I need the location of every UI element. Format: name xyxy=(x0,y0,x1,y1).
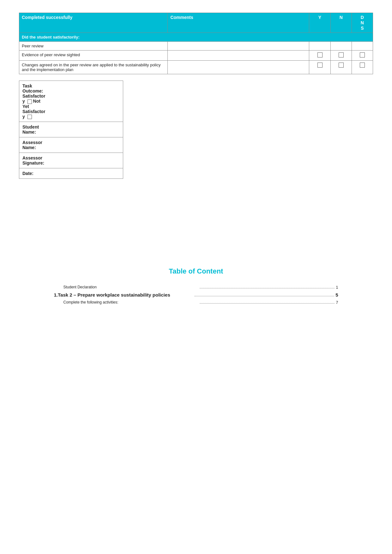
checkbox-not-yet[interactable] xyxy=(27,115,32,119)
assessor-signature-label: AssessorSignature: xyxy=(19,153,123,168)
row-comments xyxy=(168,51,309,61)
toc-entry-text: Student Declaration xyxy=(63,285,198,290)
row-comments xyxy=(168,61,309,74)
toc-title: Table of Content xyxy=(19,267,373,275)
header-dns: DNS xyxy=(352,13,373,33)
completed-successfully-table: Completed successfully Comments Y N DNS … xyxy=(19,13,373,74)
table-row: Date: xyxy=(19,168,123,178)
row-label-evidence: Evidence of peer review sighted xyxy=(19,51,168,61)
toc-entry-text: 1.Task 2 – Prepare workplace sustainabil… xyxy=(54,292,194,298)
date-label: Date: xyxy=(19,168,123,178)
checkbox-dns[interactable] xyxy=(360,52,365,57)
assessor-name-label: AssessorName: xyxy=(19,137,123,153)
toc-entry: 1.Task 2 – Prepare workplace sustainabil… xyxy=(54,292,338,298)
table-row: Changes agreed on in the peer review are… xyxy=(19,61,373,74)
row-n-checkbox[interactable] xyxy=(330,61,352,74)
row-dns-checkbox[interactable] xyxy=(352,51,373,61)
row-n-checkbox[interactable] xyxy=(330,51,352,61)
row-y-checkbox[interactable] xyxy=(309,61,330,74)
table-row: Evidence of peer review sighted xyxy=(19,51,373,61)
student-name-label: StudentName: xyxy=(19,122,123,137)
table-row: Peer review xyxy=(19,42,373,51)
row-comments xyxy=(168,42,309,51)
row-y xyxy=(309,42,330,51)
task-outcome-label: TaskOutcome:Satisfactory NotYetSatisfact… xyxy=(19,81,123,122)
checkbox-y[interactable] xyxy=(317,63,323,68)
checkbox-y[interactable] xyxy=(317,52,323,57)
row-dns xyxy=(352,42,373,51)
checkbox-dns[interactable] xyxy=(360,63,365,68)
toc-page: 5 xyxy=(335,292,338,298)
header-col2: Comments xyxy=(168,13,309,33)
table-row: StudentName: xyxy=(19,122,123,137)
table-header-row: Completed successfully Comments Y N DNS xyxy=(19,13,373,33)
toc-dots xyxy=(200,285,335,288)
toc-page: 7 xyxy=(336,300,338,305)
toc-entry: Complete the following activities: 7 xyxy=(54,300,338,305)
toc-page: 1 xyxy=(336,285,338,290)
table-subheader-row: Did the student satisfactorily: xyxy=(19,33,373,42)
row-n xyxy=(330,42,352,51)
toc-entry: Student Declaration 1 xyxy=(54,285,338,290)
toc-section: Table of Content Student Declaration 1 1… xyxy=(19,267,373,305)
row-label-changes: Changes agreed on in the peer review are… xyxy=(19,61,168,74)
header-n: N xyxy=(330,13,352,33)
checkbox-n[interactable] xyxy=(339,63,344,68)
toc-dots xyxy=(195,292,334,296)
table-row: AssessorName: xyxy=(19,137,123,153)
header-y: Y xyxy=(309,13,330,33)
header-col1: Completed successfully xyxy=(19,13,168,33)
toc-entries: Student Declaration 1 1.Task 2 – Prepare… xyxy=(54,285,338,305)
row-label-peer-review: Peer review xyxy=(19,42,168,51)
checkbox-n[interactable] xyxy=(339,52,344,57)
table-subheader: Did the student satisfactorily: xyxy=(19,33,373,42)
table-row: AssessorSignature: xyxy=(19,153,123,168)
info-table: TaskOutcome:Satisfactory NotYetSatisfact… xyxy=(19,81,123,179)
table-row: TaskOutcome:Satisfactory NotYetSatisfact… xyxy=(19,81,123,122)
toc-entry-text: Complete the following activities: xyxy=(63,300,198,305)
row-dns-checkbox[interactable] xyxy=(352,61,373,74)
checkbox-satisfactory[interactable] xyxy=(27,99,32,104)
row-y-checkbox[interactable] xyxy=(309,51,330,61)
toc-dots xyxy=(200,300,335,304)
